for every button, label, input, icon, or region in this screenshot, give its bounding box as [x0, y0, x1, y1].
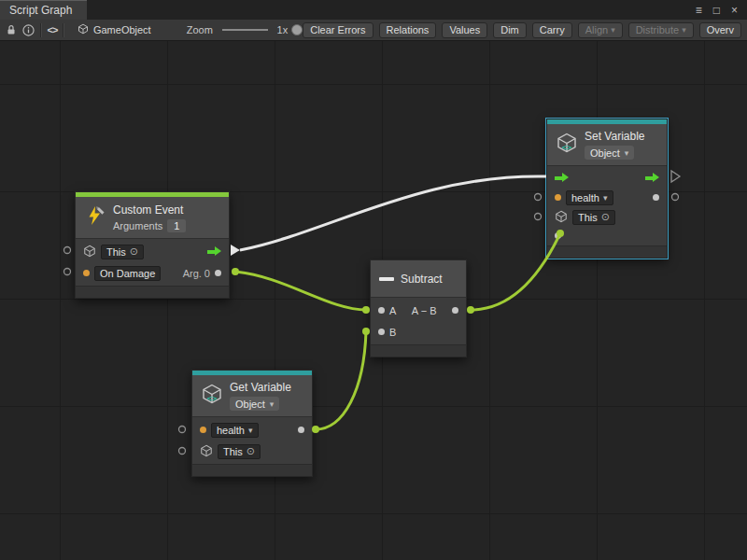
code-icon[interactable]: <>	[48, 22, 58, 37]
tab-script-graph[interactable]: Script Graph	[0, 0, 87, 20]
zoom-label: Zoom	[187, 24, 213, 35]
control-output-port[interactable]	[645, 173, 659, 183]
distribute-button[interactable]: Distribute ▾	[628, 22, 694, 38]
control-output-port[interactable]	[207, 246, 221, 257]
node-footer	[371, 344, 466, 357]
target-object-field[interactable]: This ⊙	[101, 245, 144, 259]
zoom-slider-handle[interactable]	[291, 24, 303, 35]
arguments-count-field[interactable]: 1	[167, 219, 186, 232]
result-output-port[interactable]	[452, 307, 458, 314]
port-customevent-name-circle[interactable]	[64, 269, 71, 275]
dim-button[interactable]: Dim	[493, 22, 527, 38]
dropdown-arrow-icon: ▾	[270, 399, 275, 409]
target-object-field[interactable]: This ⊙	[572, 210, 615, 225]
node-header[interactable]: <> Get Variable Object ▾	[192, 375, 312, 417]
port-setvariable-controlout-triangle[interactable]	[671, 171, 680, 182]
cube-icon	[83, 245, 96, 259]
variable-name-port[interactable]	[200, 427, 206, 433]
node-get-variable[interactable]: <> Get Variable Object ▾ health ▾	[191, 370, 313, 477]
port-subtract-result-dot[interactable]	[467, 306, 474, 314]
value-output-port[interactable]	[298, 427, 304, 433]
target-object-field[interactable]: This ⊙	[218, 444, 261, 459]
relations-button[interactable]: Relations	[379, 22, 437, 38]
cube-icon	[200, 444, 213, 459]
node-header[interactable]: Subtract	[371, 260, 466, 298]
window-close-icon[interactable]: ×	[731, 5, 738, 16]
port-subtract-b-dot[interactable]	[362, 328, 370, 335]
port-row-name: health ▾	[192, 419, 312, 441]
variable-name-field[interactable]: health ▾	[566, 190, 613, 205]
port-row-control	[547, 168, 667, 188]
clear-errors-button[interactable]: Clear Errors	[303, 22, 373, 38]
dropdown-arrow-icon: ▾	[682, 25, 686, 35]
carry-button[interactable]: Carry	[532, 22, 572, 38]
graph-toolbar: <> GameObject Zoom 1x Clear Errors Relat…	[0, 20, 747, 41]
new-value-input-port[interactable]	[555, 232, 561, 239]
node-title: Subtract	[401, 273, 443, 286]
node-title: Get Variable	[230, 381, 291, 394]
dropdown-arrow-icon: ▾	[603, 193, 608, 203]
node-title: Set Variable	[585, 130, 644, 143]
overview-button[interactable]: Overv	[699, 22, 741, 38]
dropdown-arrow-icon: ▾	[625, 148, 629, 158]
port-row-name: health ▾	[547, 188, 667, 207]
node-subtract[interactable]: Subtract A A − B B	[370, 259, 467, 357]
port-subtract-a-dot[interactable]	[362, 306, 370, 314]
value-output-port[interactable]	[653, 194, 659, 201]
port-setvariable-output-circle[interactable]	[672, 194, 679, 201]
event-name-port[interactable]	[83, 270, 90, 276]
control-input-port[interactable]	[555, 173, 569, 183]
toolbar-separator	[40, 23, 42, 37]
graph-canvas[interactable]: Custom Event Arguments 1 This ⊙	[0, 41, 747, 560]
node-footer	[192, 464, 312, 476]
zoom-slider[interactable]	[222, 23, 268, 36]
port-row-b: B	[371, 321, 466, 343]
zoom-slider-track	[222, 29, 268, 31]
wire-arg0-to-subtract-a[interactable]	[235, 272, 366, 310]
variable-scope-dropdown[interactable]: Object ▾	[585, 146, 634, 160]
port-customevent-this-circle[interactable]	[64, 247, 71, 254]
cube-icon	[78, 23, 89, 36]
lock-icon[interactable]	[6, 22, 17, 37]
values-button[interactable]: Values	[442, 22, 487, 38]
node-header[interactable]: <> Set Variable Object ▾	[547, 124, 667, 166]
input-b-port[interactable]	[378, 329, 385, 335]
port-row-input-value	[547, 227, 667, 244]
svg-text:<>: <>	[562, 143, 572, 152]
window-menu-icon[interactable]: ≡	[696, 5, 702, 16]
wire-getvariable-to-subtract-b[interactable]	[316, 331, 366, 429]
port-arg0-output-dot[interactable]	[232, 268, 239, 275]
variable-name-port[interactable]	[555, 194, 561, 201]
port-setvariable-name-circle[interactable]	[535, 194, 542, 201]
object-picker-icon[interactable]: ⊙	[601, 211, 610, 223]
wire-customevent-to-setvariable[interactable]	[240, 176, 546, 250]
node-header[interactable]: Custom Event Arguments 1	[76, 197, 229, 239]
port-getvariable-name-circle[interactable]	[179, 427, 186, 433]
align-button[interactable]: Align ▾	[578, 22, 623, 38]
event-name-field[interactable]: On Damage	[94, 266, 161, 281]
port-setvariable-this-circle[interactable]	[535, 214, 542, 220]
port-getvariable-this-circle[interactable]	[179, 448, 186, 455]
arg0-output-label: Arg. 0	[183, 268, 210, 279]
input-a-port[interactable]	[378, 307, 385, 314]
node-custom-event[interactable]: Custom Event Arguments 1 This ⊙	[75, 191, 230, 299]
variable-scope-dropdown[interactable]: Object ▾	[230, 397, 279, 411]
object-picker-icon[interactable]: ⊙	[130, 245, 138, 258]
info-icon[interactable]	[22, 22, 35, 37]
node-set-variable[interactable]: <> Set Variable Object ▾	[546, 119, 668, 259]
variable-name-field[interactable]: health ▾	[211, 423, 259, 438]
window-controls: ≡ □ ×	[696, 0, 747, 20]
port-row-a: A A − B	[371, 300, 466, 321]
control-wire-start-marker	[231, 245, 240, 256]
arg0-output-port[interactable]	[215, 270, 221, 276]
input-a-label: A	[389, 305, 396, 316]
svg-text:<>: <>	[207, 394, 218, 403]
object-picker-icon[interactable]: ⊙	[247, 445, 255, 457]
tab-label: Script Graph	[9, 4, 72, 17]
dropdown-arrow-icon: ▾	[611, 25, 615, 35]
zoom-value: 1x	[277, 24, 289, 35]
gameobject-button[interactable]: GameObject	[78, 23, 151, 36]
port-row-this: This ⊙	[76, 241, 229, 262]
port-getvariable-output-dot[interactable]	[312, 426, 319, 433]
window-maximize-icon[interactable]: □	[713, 5, 720, 16]
